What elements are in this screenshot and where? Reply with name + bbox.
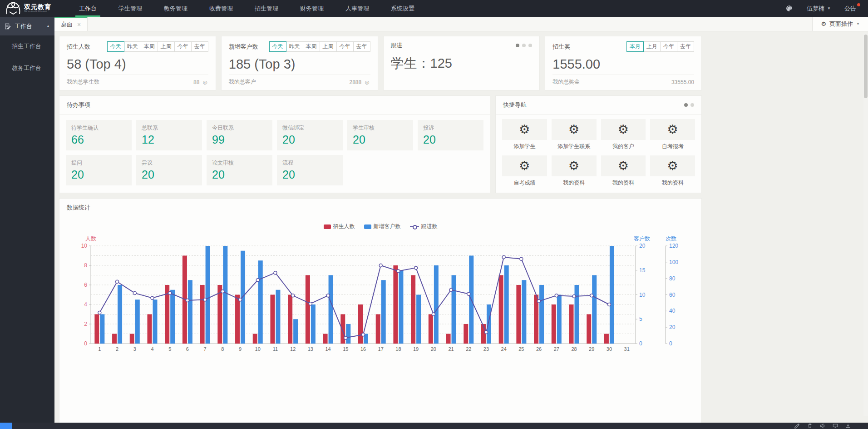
line-point xyxy=(168,291,172,294)
x-tick-label: 7 xyxy=(204,346,207,352)
chart-panel-title: 数据统计 xyxy=(67,204,90,212)
carousel-dot[interactable] xyxy=(516,44,519,47)
line-point xyxy=(239,298,242,301)
chevron-down-icon: ▼ xyxy=(856,22,860,26)
stat-card-title: 招生人数 xyxy=(67,43,90,51)
bottom-bar xyxy=(0,423,868,429)
quick-nav-item[interactable]: ⚙我的资料 xyxy=(650,155,695,188)
trash-icon[interactable] xyxy=(807,423,813,429)
quick-nav-item[interactable]: ⚙我的客户 xyxy=(601,119,646,151)
quick-nav-item[interactable]: ⚙我的资料 xyxy=(552,155,597,188)
todo-item[interactable]: 学生审核20 xyxy=(347,120,413,150)
bar-recruit xyxy=(446,334,451,344)
filter-button[interactable]: 去年 xyxy=(191,41,208,52)
x-tick-label: 18 xyxy=(395,346,401,352)
scrollbar-thumb[interactable] xyxy=(864,35,868,98)
quick-nav-item[interactable]: ⚙我的资料 xyxy=(601,155,646,188)
y-tick-label: 120 xyxy=(669,243,678,249)
nav-item-7[interactable]: 系统设置 xyxy=(380,0,425,17)
volume-icon[interactable] xyxy=(820,423,825,429)
edit-icon[interactable] xyxy=(794,423,800,429)
todo-item[interactable]: 异议20 xyxy=(136,155,202,185)
bar-customer xyxy=(522,280,526,344)
sidebar-item-0[interactable]: 招生工作台 xyxy=(0,35,54,57)
filter-button[interactable]: 去年 xyxy=(677,41,694,52)
carousel-dot[interactable] xyxy=(690,103,694,107)
filter-button[interactable]: 本周 xyxy=(141,41,158,52)
bar-recruit xyxy=(393,265,398,344)
legend-item[interactable]: 招生人数 xyxy=(324,223,355,230)
x-tick-label: 25 xyxy=(518,346,524,352)
filter-button[interactable]: 今年 xyxy=(660,41,677,52)
bar-customer xyxy=(416,295,421,344)
smiley-icon: ☺ xyxy=(364,79,370,86)
nav-item-6[interactable]: 人事管理 xyxy=(335,0,380,17)
filter-button[interactable]: 本周 xyxy=(303,41,320,52)
filter-button[interactable]: 去年 xyxy=(353,41,370,52)
carousel-dot[interactable] xyxy=(522,44,526,47)
nav-item-2[interactable]: 教务管理 xyxy=(153,0,198,17)
scrollbar[interactable] xyxy=(863,34,868,416)
nav-item-5[interactable]: 财务管理 xyxy=(289,0,335,17)
logo-icon xyxy=(5,2,21,15)
quick-nav-item[interactable]: ⚙自考报考 xyxy=(650,119,695,151)
todo-item[interactable]: 微信绑定20 xyxy=(277,120,343,150)
carousel-dot[interactable] xyxy=(528,44,532,47)
todo-item[interactable]: 流程20 xyxy=(277,155,343,185)
y-tick-label: 80 xyxy=(669,275,676,282)
filter-button[interactable]: 昨天 xyxy=(124,41,141,52)
x-tick-label: 31 xyxy=(624,346,630,352)
user-menu[interactable]: 伍梦楠 ▼ xyxy=(807,5,831,13)
filter-button[interactable]: 今年 xyxy=(174,41,192,52)
page-ops-button[interactable]: ⚙ 页面操作 ▼ xyxy=(812,17,868,31)
todo-item[interactable]: 提问20 xyxy=(66,155,132,185)
filter-button[interactable]: 本月 xyxy=(626,41,644,52)
todo-item[interactable]: 论文审核20 xyxy=(207,155,272,185)
legend-item[interactable]: 跟进数 xyxy=(410,223,438,230)
line-point xyxy=(362,333,365,336)
close-icon[interactable]: × xyxy=(77,21,81,28)
sidebar-group-workbench[interactable]: 工作台 ▲ xyxy=(0,17,54,35)
quick-nav-item[interactable]: ⚙添加学生联系 xyxy=(552,119,597,151)
download-icon[interactable] xyxy=(845,423,851,429)
display-icon[interactable] xyxy=(833,423,838,429)
bar-recruit xyxy=(464,324,468,344)
chart-legend: 招生人数新增客户数跟进数 xyxy=(59,223,701,230)
sidebar-item-1[interactable]: 教务工作台 xyxy=(0,57,54,79)
todo-item[interactable]: 今日联系99 xyxy=(207,120,272,150)
todo-grid: 待学生确认66总联系12今日联系99微信绑定20学生审核20投诉20提问20异议… xyxy=(59,115,490,191)
y-tick-label: 0 xyxy=(84,340,87,347)
filter-button[interactable]: 上周 xyxy=(158,41,175,52)
todo-item[interactable]: 待学生确认66 xyxy=(66,120,132,150)
filter-button[interactable]: 上周 xyxy=(320,41,337,52)
sidebar-toggle-button[interactable] xyxy=(0,423,12,429)
nav-item-0[interactable]: 工作台 xyxy=(68,0,108,17)
stat-card-footer-value: 2888 xyxy=(350,79,362,85)
bar-recruit xyxy=(147,314,152,344)
todo-item-value: 20 xyxy=(423,133,478,146)
x-tick-label: 12 xyxy=(290,346,296,352)
bar-recruit xyxy=(411,275,415,344)
x-tick-label: 4 xyxy=(151,346,153,352)
nav-item-1[interactable]: 学生管理 xyxy=(108,0,153,17)
filter-button[interactable]: 今天 xyxy=(269,41,286,52)
todo-item[interactable]: 总联系12 xyxy=(136,120,202,150)
notice-link[interactable]: 公告 xyxy=(844,5,856,13)
quick-nav-item[interactable]: ⚙添加学生 xyxy=(502,119,547,151)
quick-nav-item[interactable]: ⚙自考成绩 xyxy=(502,155,547,188)
nav-item-4[interactable]: 招生管理 xyxy=(244,0,289,17)
filter-button[interactable]: 今天 xyxy=(107,41,124,52)
filter-button[interactable]: 今年 xyxy=(336,41,354,52)
tab-desktop[interactable]: 桌面 × xyxy=(54,17,88,31)
palette-icon[interactable] xyxy=(785,5,793,12)
filter-button[interactable]: 昨天 xyxy=(286,41,303,52)
legend-item[interactable]: 新增客户数 xyxy=(364,223,401,230)
todo-item-label: 待学生确认 xyxy=(71,124,126,132)
carousel-dot[interactable] xyxy=(684,103,688,107)
todo-item[interactable]: 投诉20 xyxy=(418,120,483,150)
filter-button[interactable]: 上月 xyxy=(643,41,661,52)
todo-item-value: 20 xyxy=(353,133,408,146)
nav-item-3[interactable]: 收费管理 xyxy=(198,0,244,17)
todo-panel-title: 待办事项 xyxy=(67,101,90,109)
stat-card-footer-value: 88 xyxy=(193,79,199,85)
